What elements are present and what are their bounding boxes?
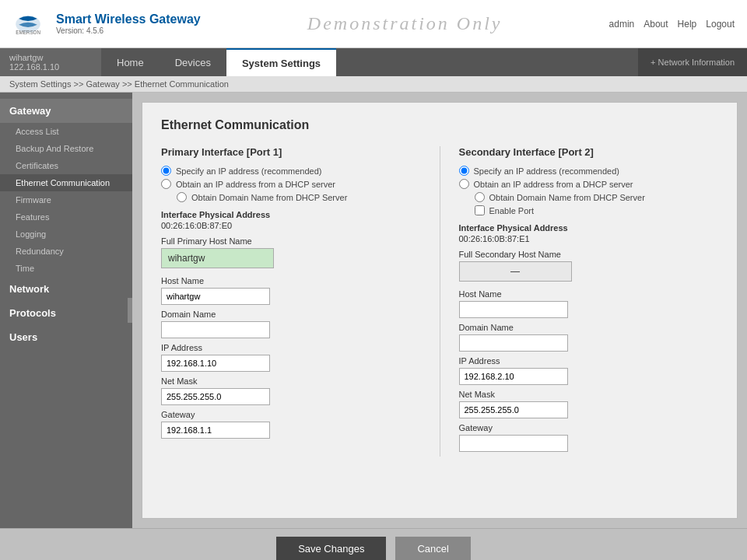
primary-domain-name-input[interactable]: [161, 321, 270, 338]
primary-interface-title: Primary Interface [Port 1]: [161, 146, 421, 158]
about-link[interactable]: About: [644, 19, 668, 30]
secondary-physical-address-label: Interface Physical Address: [459, 223, 719, 233]
sidebar-section-protocols[interactable]: Protocols: [0, 301, 132, 325]
secondary-radio-dhcp-input[interactable]: [459, 179, 469, 189]
secondary-interface: Secondary Interface [Port 2] Specify an …: [444, 146, 719, 457]
sidebar-section-gateway[interactable]: Gateway: [0, 99, 132, 123]
primary-domain-name-label: Domain Name: [161, 310, 421, 319]
breadcrumb: System Settings >> Gateway >> Ethernet C…: [0, 76, 747, 93]
secondary-radio-group: Specify an IP address (recommended) Obta…: [459, 166, 719, 215]
main-layout: Gateway Access List Backup And Restore C…: [0, 93, 747, 528]
sidebar-item-certificates[interactable]: Certificates: [0, 157, 132, 174]
tab-home[interactable]: Home: [101, 48, 160, 76]
secondary-host-name-label: Host Name: [459, 289, 719, 299]
sidebar-item-backup-restore[interactable]: Backup And Restore: [0, 140, 132, 157]
primary-host-name-label: Host Name: [161, 276, 421, 285]
demo-watermark: Demonstration Only: [201, 13, 609, 34]
current-user: admin: [609, 19, 635, 30]
content-panel: Ethernet Communication Primary Interface…: [142, 102, 738, 519]
secondary-net-mask-input[interactable]: [459, 401, 568, 418]
sidebar-item-logging[interactable]: Logging: [0, 226, 132, 243]
primary-radio-dhcp-input[interactable]: [161, 179, 171, 189]
device-name: wihartgw: [9, 53, 92, 62]
content-area: Ethernet Communication Primary Interface…: [132, 93, 747, 528]
brand-title: Smart Wireless Gateway: [56, 12, 201, 26]
primary-radio-specify[interactable]: Specify an IP address (recommended): [161, 166, 421, 176]
secondary-host-name-input[interactable]: [459, 301, 568, 318]
secondary-full-host-box: —: [459, 261, 572, 282]
svg-text:EMERSON: EMERSON: [16, 30, 40, 35]
secondary-ip-address-label: IP Address: [459, 356, 719, 366]
primary-ip-address-input[interactable]: [161, 355, 270, 372]
secondary-radio-dhcp-domain[interactable]: Obtain Domain Name from DHCP Server: [475, 192, 719, 202]
navbar: wihartgw 122.168.1.10 Home Devices Syste…: [0, 48, 747, 76]
emerson-logo-icon: EMERSON: [12, 12, 44, 36]
cancel-button[interactable]: Cancel: [395, 537, 470, 560]
secondary-radio-dhcp[interactable]: Obtain an IP address from a DHCP server: [459, 179, 719, 189]
primary-gateway-label: Gateway: [161, 410, 421, 419]
sidebar-section-users[interactable]: Users: [0, 325, 132, 349]
secondary-ip-address-input[interactable]: [459, 368, 568, 385]
secondary-full-host-label: Full Secondary Host Name: [459, 250, 719, 259]
panel-title: Ethernet Communication: [161, 118, 718, 132]
primary-radio-dhcp-domain[interactable]: Obtain Domain Name from DHCP Server: [177, 192, 421, 202]
secondary-interface-title: Secondary Interface [Port 2]: [459, 146, 719, 158]
primary-radio-dhcp-domain-input[interactable]: [177, 192, 187, 202]
footer-buttons: Save Changes Cancel: [0, 528, 747, 560]
primary-physical-address-value: 00:26:16:0B:87:E0: [161, 221, 421, 230]
secondary-gateway-label: Gateway: [459, 423, 719, 432]
help-link[interactable]: Help: [678, 19, 697, 30]
primary-ip-address-label: IP Address: [161, 343, 421, 352]
secondary-radio-specify[interactable]: Specify an IP address (recommended): [459, 166, 719, 176]
interfaces-container: Primary Interface [Port 1] Specify an IP…: [161, 146, 718, 457]
save-changes-button[interactable]: Save Changes: [276, 537, 386, 560]
secondary-enable-port-checkbox[interactable]: [475, 205, 485, 215]
brand-version: Version: 4.5.6: [56, 26, 201, 35]
primary-radio-group: Specify an IP address (recommended) Obta…: [161, 166, 421, 202]
primary-full-host-label: Full Primary Host Name: [161, 236, 421, 246]
secondary-net-mask-label: Net Mask: [459, 390, 719, 399]
secondary-radio-specify-input[interactable]: [459, 166, 469, 176]
primary-interface: Primary Interface [Port 1] Specify an IP…: [161, 146, 437, 457]
primary-radio-dhcp[interactable]: Obtain an IP address from a DHCP server: [161, 179, 421, 189]
secondary-check-enable-port[interactable]: Enable Port: [475, 205, 719, 215]
logo-area: EMERSON: [12, 12, 44, 36]
sidebar-collapse-handle[interactable]: ‹: [128, 298, 132, 323]
interface-divider: [440, 146, 440, 457]
sidebar-item-time[interactable]: Time: [0, 260, 132, 277]
device-info: wihartgw 122.168.1.10: [0, 48, 101, 76]
primary-net-mask-label: Net Mask: [161, 376, 421, 386]
tab-devices[interactable]: Devices: [160, 48, 226, 76]
network-info-button[interactable]: + Network Information: [638, 48, 747, 76]
header-left: EMERSON Smart Wireless Gateway Version: …: [12, 12, 201, 36]
secondary-gateway-input[interactable]: [459, 435, 568, 452]
sidebar-item-redundancy[interactable]: Redundancy: [0, 243, 132, 260]
tab-system-settings[interactable]: System Settings: [226, 48, 336, 76]
user-nav: admin About Help Logout: [609, 19, 735, 30]
logout-link[interactable]: Logout: [706, 19, 735, 30]
primary-net-mask-input[interactable]: [161, 388, 270, 405]
sidebar-item-ethernet-communication[interactable]: Ethernet Communication: [0, 174, 132, 191]
brand-block: Smart Wireless Gateway Version: 4.5.6: [56, 12, 201, 35]
device-ip: 122.168.1.10: [9, 62, 92, 72]
sidebar-item-firmware[interactable]: Firmware: [0, 191, 132, 208]
secondary-physical-address-value: 00:26:16:0B:87:E1: [459, 234, 719, 243]
sidebar: Gateway Access List Backup And Restore C…: [0, 93, 132, 528]
primary-host-name-input[interactable]: [161, 288, 270, 305]
primary-full-host-box: wihartgw: [161, 248, 274, 268]
sidebar-item-access-list[interactable]: Access List: [0, 123, 132, 140]
header: EMERSON Smart Wireless Gateway Version: …: [0, 0, 747, 48]
primary-physical-address-label: Interface Physical Address: [161, 210, 421, 219]
primary-radio-specify-input[interactable]: [161, 166, 171, 176]
primary-gateway-input[interactable]: [161, 422, 270, 439]
secondary-radio-dhcp-domain-input[interactable]: [475, 192, 485, 202]
secondary-domain-name-label: Domain Name: [459, 323, 719, 332]
sidebar-item-features[interactable]: Features: [0, 208, 132, 226]
sidebar-section-network[interactable]: Network: [0, 277, 132, 301]
secondary-domain-name-input[interactable]: [459, 334, 568, 352]
